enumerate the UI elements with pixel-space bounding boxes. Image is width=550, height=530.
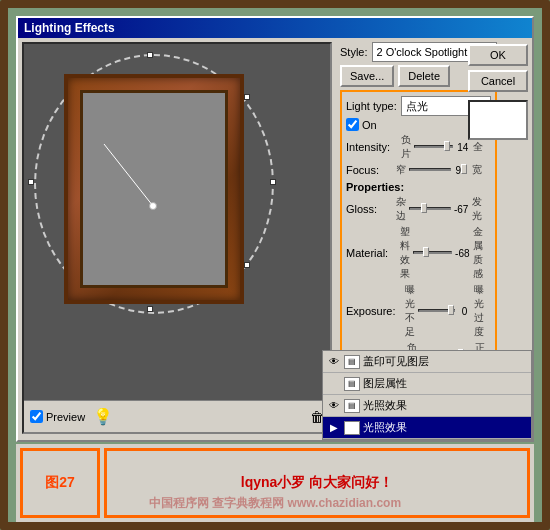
exposure-row: Exposure: 曝光不足 0 曝光过度: [346, 283, 491, 339]
focus-left-label: 窄: [387, 163, 406, 177]
gloss-value: -67: [454, 204, 469, 215]
handle-bottomright[interactable]: [244, 262, 250, 268]
preview-checkbox[interactable]: [30, 410, 43, 423]
intensity-value: 14: [456, 142, 470, 153]
intensity-label: Intensity:: [346, 141, 390, 153]
layer-item-2[interactable]: 👁 ▤ 光照效果: [323, 395, 531, 417]
ok-button[interactable]: OK: [468, 44, 528, 66]
material-slider[interactable]: [413, 246, 452, 260]
handle-bottom[interactable]: [147, 306, 153, 312]
exposure-label: Exposure:: [346, 305, 396, 317]
light-type-label: Light type:: [346, 100, 397, 112]
outer-background: Lighting Effects: [0, 0, 550, 530]
handle-left[interactable]: [28, 179, 34, 185]
focus-row: Focus: 窄 91 宽: [346, 163, 491, 177]
handle-topright[interactable]: [244, 94, 250, 100]
exposure-right-label: 曝光过度: [474, 283, 491, 339]
caption-label: lqyna小罗 向大家问好！: [241, 474, 393, 492]
caption-box: lqyna小罗 向大家问好！: [104, 448, 530, 518]
gloss-right-label: 发光: [472, 195, 491, 223]
save-button[interactable]: Save...: [340, 65, 394, 87]
layer-item-1[interactable]: ▤ 图层属性: [323, 373, 531, 395]
intensity-left-label: 负片: [393, 133, 411, 161]
layer-thumb-0: ▤: [344, 355, 360, 369]
handle-right[interactable]: [270, 179, 276, 185]
preview-canvas: [24, 44, 330, 432]
layer-item-3[interactable]: ▶ ▤ 光照效果: [323, 417, 531, 439]
layer-eye-1: [327, 377, 341, 391]
layers-panel: 👁 ▤ 盖印可见图层 ▤ 图层属性 👁 ▤ 光照效果 ▶ ▤ 光照效果: [322, 350, 532, 440]
exposure-left-label: 曝光不足: [399, 283, 416, 339]
style-label: Style:: [340, 46, 368, 58]
material-right-label: 金属质感: [473, 225, 491, 281]
light-source-dot[interactable]: [149, 202, 157, 210]
fig-label: 图27: [45, 474, 75, 492]
layer-item-0[interactable]: 👁 ▤ 盖印可见图层: [323, 351, 531, 373]
focus-right-label: 宽: [472, 163, 491, 177]
bottom-annotation-area: 图27 lqyna小罗 向大家问好！: [16, 444, 534, 522]
material-label: Material:: [346, 247, 388, 259]
layer-eye-2: 👁: [327, 399, 341, 413]
layer-eye-0: 👁: [327, 355, 341, 369]
layer-name-2: 光照效果: [363, 398, 407, 413]
gloss-row: Gloss: 杂边 -67 发光: [346, 195, 491, 223]
intensity-right-label: 全: [473, 140, 491, 154]
frame-outer: [64, 74, 244, 304]
preview-checkbox-label[interactable]: Preview: [30, 410, 85, 423]
material-value: -68: [455, 248, 469, 259]
layer-thumb-1: ▤: [344, 377, 360, 391]
dialog-title-text: Lighting Effects: [24, 21, 115, 35]
properties-header: Properties:: [346, 181, 491, 193]
material-row: Material: 塑料效果 -68 金属质感: [346, 225, 491, 281]
new-light-icon[interactable]: 💡: [93, 407, 113, 426]
gloss-left-label: 杂边: [387, 195, 406, 223]
on-label: On: [362, 119, 377, 131]
handle-top[interactable]: [147, 52, 153, 58]
focus-slider[interactable]: [409, 163, 450, 177]
exposure-value: 0: [458, 306, 471, 317]
layer-eye-3: ▶: [327, 421, 341, 435]
delete-button[interactable]: Delete: [398, 65, 450, 87]
figure-box: 图27: [20, 448, 100, 518]
layer-name-1: 图层属性: [363, 376, 407, 391]
layer-thumb-3: ▤: [344, 421, 360, 435]
focus-label: Focus:: [346, 164, 384, 176]
intensity-slider[interactable]: [414, 140, 453, 154]
color-swatch[interactable]: [468, 100, 528, 140]
layer-name-0: 盖印可见图层: [363, 354, 429, 369]
on-checkbox[interactable]: [346, 118, 359, 131]
layer-name-3: 光照效果: [363, 420, 407, 435]
dialog-titlebar: Lighting Effects: [18, 18, 532, 38]
preview-panel: Preview 💡 🗑: [22, 42, 332, 434]
material-left-label: 塑料效果: [391, 225, 409, 281]
gloss-label: Gloss:: [346, 203, 384, 215]
frame-inner: [80, 90, 228, 288]
layer-thumb-2: ▤: [344, 399, 360, 413]
preview-bottom-bar: Preview 💡 🗑: [24, 400, 330, 432]
preview-label-text: Preview: [46, 411, 85, 423]
cancel-button[interactable]: Cancel: [468, 70, 528, 92]
exposure-slider[interactable]: [418, 304, 454, 318]
ok-cancel-buttons: OK Cancel: [468, 44, 528, 140]
gloss-slider[interactable]: [409, 202, 450, 216]
